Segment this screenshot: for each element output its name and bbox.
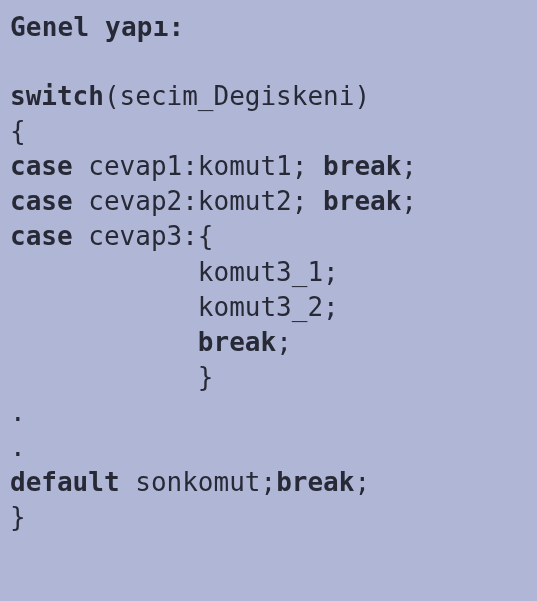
case3-header: cevap3:{	[73, 221, 214, 251]
kw-break-2: break	[323, 186, 401, 216]
default-body: sonkomut;	[120, 467, 277, 497]
case1-body: cevap1:komut1;	[73, 151, 323, 181]
indent	[10, 257, 198, 287]
indent	[10, 327, 198, 357]
indent	[10, 362, 198, 392]
kw-break-4: break	[276, 467, 354, 497]
brace-close: }	[10, 502, 26, 532]
ellipsis-dot-1: .	[10, 397, 26, 427]
paren-open: (	[104, 81, 120, 111]
case3-line2: komut3_2;	[198, 292, 339, 322]
paren-close: )	[354, 81, 370, 111]
kw-case-2: case	[10, 186, 73, 216]
section-heading: Genel yapı:	[10, 10, 527, 45]
case3-line1: komut3_1;	[198, 257, 339, 287]
kw-switch: switch	[10, 81, 104, 111]
indent	[10, 292, 198, 322]
switch-variable: secim_Degiskeni	[120, 81, 355, 111]
code-block: switch(secim_Degiskeni) { case cevap1:ko…	[10, 79, 527, 535]
case3-close: }	[198, 362, 214, 392]
semi-2: ;	[401, 186, 417, 216]
kw-default: default	[10, 467, 120, 497]
kw-case-1: case	[10, 151, 73, 181]
kw-case-3: case	[10, 221, 73, 251]
kw-break-3: break	[198, 327, 276, 357]
ellipsis-dot-2: .	[10, 432, 26, 462]
kw-break-1: break	[323, 151, 401, 181]
case2-body: cevap2:komut2;	[73, 186, 323, 216]
document-page: Genel yapı: switch(secim_Degiskeni) { ca…	[0, 0, 537, 545]
semi-1: ;	[401, 151, 417, 181]
semi-4: ;	[354, 467, 370, 497]
semi-3: ;	[276, 327, 292, 357]
brace-open: {	[10, 116, 26, 146]
